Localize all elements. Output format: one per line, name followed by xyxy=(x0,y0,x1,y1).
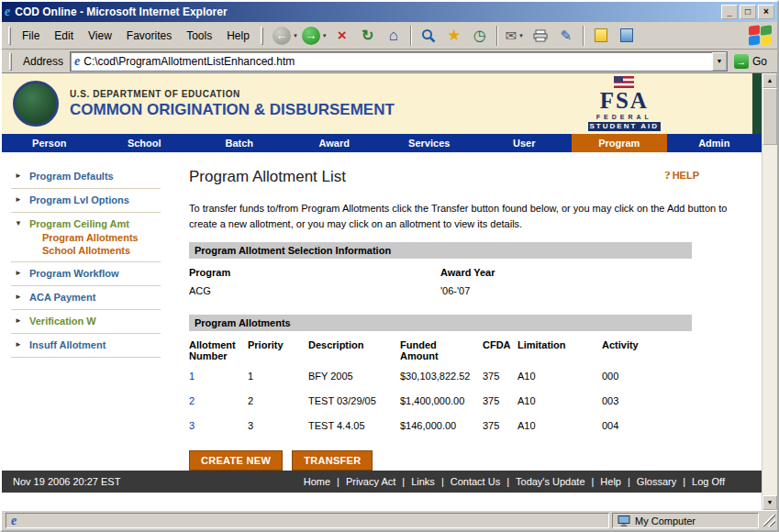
sidebar-item-program-workflow[interactable]: ► Program Workflow xyxy=(11,266,161,281)
address-input[interactable]: e C:\cod\ProgramAllotmentListEnhanced.ht… xyxy=(70,51,728,72)
transfer-button[interactable]: TRANSFER xyxy=(292,450,373,471)
scroll-down-button[interactable]: ▼ xyxy=(762,495,777,510)
notes-button[interactable] xyxy=(588,23,614,49)
go-label: Go xyxy=(752,55,767,68)
nav-tab-school[interactable]: School xyxy=(97,134,193,152)
fsa-acronym: FSA xyxy=(588,89,661,112)
refresh-button[interactable]: ↻ xyxy=(355,23,381,49)
toolbar-separator xyxy=(410,26,412,46)
go-arrow-icon: → xyxy=(734,54,749,69)
menu-tools[interactable]: Tools xyxy=(179,27,219,45)
sidebar-item-program-defaults[interactable]: ► Program Defaults xyxy=(11,169,161,183)
menu-bar: File Edit View Favorites Tools Help xyxy=(15,27,257,45)
nav-tab-program[interactable]: Program xyxy=(572,134,667,152)
browser-viewport: U.S. DEPARTMENT OF EDUCATION COMMON ORIG… xyxy=(2,73,777,510)
menubar-grip-handle[interactable] xyxy=(8,27,11,45)
sidebar-item-aca-payment[interactable]: ► ACA Payment xyxy=(11,290,161,305)
sidebar-item-program-lvl-options[interactable]: ► Program Lvl Options xyxy=(11,193,161,207)
nav-tab-person[interactable]: Person xyxy=(2,134,97,152)
footer-link-home[interactable]: Home xyxy=(304,476,330,487)
back-button[interactable]: ← ▼ xyxy=(271,23,300,49)
addressbar-grip-handle[interactable] xyxy=(9,52,12,71)
sidebar-subitem-program-allotments[interactable]: Program Allotments xyxy=(11,231,161,244)
windows-logo-icon xyxy=(745,24,774,48)
activity-cell: 003 xyxy=(602,388,692,413)
title-bar[interactable]: e COD Online - Microsoft Internet Explor… xyxy=(2,2,777,22)
footer-link-privacy-act[interactable]: Privacy Act xyxy=(346,476,395,487)
footer-link-glossary[interactable]: Glossary xyxy=(637,476,676,487)
main-nav-bar: Person School Batch Award Services User … xyxy=(2,134,762,152)
scroll-up-button[interactable]: ▲ xyxy=(762,73,777,88)
activity-cell: 004 xyxy=(602,413,692,438)
home-button[interactable]: ⌂ xyxy=(381,23,406,49)
menu-help[interactable]: Help xyxy=(219,27,257,45)
page-bottom-whitespace xyxy=(2,493,762,510)
forward-button[interactable]: → ▼ xyxy=(300,23,329,49)
browser-window: e COD Online - Microsoft Internet Explor… xyxy=(0,0,779,532)
menu-toolbar-row: File Edit View Favorites Tools Help ← ▼ … xyxy=(2,22,777,50)
sidebar-item-label: ACA Payment xyxy=(29,292,95,303)
allotment-number-link[interactable]: 2 xyxy=(189,388,248,413)
address-dropdown-button[interactable]: ▼ xyxy=(712,52,727,71)
sidebar-subitem-school-allotments[interactable]: School Allotments xyxy=(11,244,161,257)
footer-separator: | xyxy=(628,476,630,487)
create-new-button[interactable]: CREATE NEW xyxy=(189,450,283,471)
program-value: ACG xyxy=(189,280,440,307)
allotment-number-link[interactable]: 1 xyxy=(189,363,248,388)
resize-grip[interactable] xyxy=(763,515,775,526)
footer-separator: | xyxy=(337,476,339,487)
site-footer: Nov 19 2006 20:27 EST Home | Privacy Act… xyxy=(2,471,762,493)
menu-favorites[interactable]: Favorites xyxy=(119,27,179,45)
menu-file[interactable]: File xyxy=(15,27,47,45)
page-title: Program Allotment List xyxy=(189,168,346,186)
allotments-section-header: Program Allotments xyxy=(189,315,692,331)
scrollbar-thumb[interactable] xyxy=(762,88,777,145)
sidebar-item-program-ceiling-amt[interactable]: ▼ Program Ceiling Amt xyxy=(11,216,161,231)
menu-view[interactable]: View xyxy=(81,27,119,45)
sidebar-group: ► Program Defaults xyxy=(11,165,161,189)
help-link[interactable]: ? HELP xyxy=(664,168,699,183)
table-header-row: Allotment Number Priority Description Fu… xyxy=(189,333,692,363)
history-button[interactable]: ◷ xyxy=(467,23,493,49)
footer-link-todays-update[interactable]: Today's Update xyxy=(516,476,584,487)
sidebar-group: ► ACA Payment xyxy=(11,286,161,310)
search-button[interactable] xyxy=(416,23,441,49)
footer-link-log-off[interactable]: Log Off xyxy=(692,476,725,487)
vertical-scrollbar[interactable]: ▲ ▼ xyxy=(762,73,777,510)
fsa-federal-text: FEDERAL xyxy=(588,114,661,120)
menu-edit[interactable]: Edit xyxy=(47,27,81,45)
messenger-icon xyxy=(620,28,633,42)
footer-link-links[interactable]: Links xyxy=(411,476,435,487)
toolbar-separator xyxy=(583,26,584,46)
column-header-activity: Activity xyxy=(602,333,692,363)
footer-link-help[interactable]: Help xyxy=(600,476,621,487)
allotment-number-link[interactable]: 3 xyxy=(189,413,248,438)
messenger-button[interactable] xyxy=(614,23,640,49)
scrollbar-track[interactable] xyxy=(762,145,777,495)
nav-tab-admin[interactable]: Admin xyxy=(667,134,762,152)
maximize-button[interactable]: □ xyxy=(740,5,756,19)
ie-logo-icon: e xyxy=(5,6,10,18)
print-button[interactable] xyxy=(528,23,553,49)
cfda-cell: 375 xyxy=(483,363,517,388)
minimize-button[interactable]: _ xyxy=(721,5,738,19)
edit-button[interactable]: ✎ xyxy=(553,23,579,49)
close-button[interactable]: × xyxy=(758,5,774,19)
footer-link-contact-us[interactable]: Contact Us xyxy=(451,476,500,487)
column-header-funded-amount: Funded Amount xyxy=(400,333,483,363)
go-button[interactable]: → Go xyxy=(728,50,773,72)
nav-tab-batch[interactable]: Batch xyxy=(192,134,287,152)
award-year-column-label: Award Year xyxy=(440,259,692,280)
nav-tab-user[interactable]: User xyxy=(477,134,573,152)
nav-tab-services[interactable]: Services xyxy=(382,134,477,152)
favorites-button[interactable]: ★ xyxy=(441,23,467,49)
toolbar-grip-handle[interactable] xyxy=(261,27,263,45)
sidebar-group: ► Verification W xyxy=(11,310,161,334)
collapsed-arrow-icon: ► xyxy=(15,294,24,301)
nav-tab-award[interactable]: Award xyxy=(287,134,383,152)
mail-button[interactable]: ✉ ▼ xyxy=(502,23,528,49)
table-row: 2 2 TEST 03/29/05 $1,400,000.00 375 A10 … xyxy=(189,388,692,413)
sidebar-item-verification-w[interactable]: ► Verification W xyxy=(11,314,161,328)
stop-button[interactable]: × xyxy=(329,23,355,49)
sidebar-item-insuff-allotment[interactable]: ► Insuff Allotment xyxy=(11,338,161,352)
